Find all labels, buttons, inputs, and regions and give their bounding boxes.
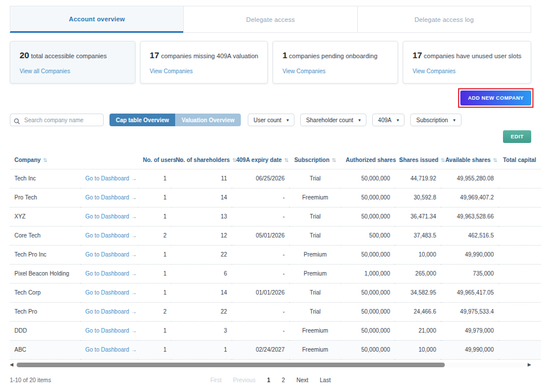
stat-card-link[interactable]: View Companies [150, 68, 193, 74]
page-previous[interactable]: Previous [233, 377, 255, 383]
arrow-right-icon: → [131, 308, 137, 315]
arrow-right-icon: → [131, 327, 137, 334]
go-to-dashboard-link[interactable]: Go to Dashboard→ [85, 308, 137, 315]
total-capital-cell [498, 321, 541, 340]
expiry-date-cell: 06/25/2026 [232, 169, 289, 188]
page-last[interactable]: Last [320, 377, 331, 383]
expiry-date-cell: - [232, 188, 289, 207]
table-row: DDD Go to Dashboard→ 1 3 - Freemium 50,0… [10, 321, 541, 340]
filter-shareholder-count[interactable]: Shareholder count ▾ [300, 114, 366, 126]
go-to-dashboard-link[interactable]: Go to Dashboard→ [85, 194, 137, 201]
arrow-right-icon: → [131, 251, 137, 258]
go-to-dashboard-link[interactable]: Go to Dashboard→ [85, 327, 137, 334]
company-name-cell: Core Tech [10, 226, 81, 245]
users-cell: 1 [138, 283, 171, 302]
column-header-label: Total capital [503, 157, 536, 163]
column-header[interactable]: ⇅ [81, 151, 138, 169]
shareholders-cell: 22 [171, 245, 232, 264]
go-to-dashboard-link[interactable]: Go to Dashboard→ [85, 270, 137, 277]
users-cell: 2 [138, 226, 171, 245]
stat-card-text: 1companies pending onboarding [282, 50, 388, 60]
scrollbar-track[interactable] [16, 363, 525, 367]
total-capital-cell [498, 188, 541, 207]
authorized-shares-cell: 50,000,000 [341, 245, 395, 264]
scrollbar-thumb[interactable] [17, 363, 445, 367]
column-header[interactable]: Company⇅ [10, 151, 81, 169]
stat-card-count: 17 [413, 50, 422, 60]
toggle-valuation-overview[interactable]: Valuation Overview [175, 114, 241, 126]
column-header-label: Company [14, 157, 41, 163]
users-cell: 1 [138, 169, 171, 188]
expiry-date-cell: - [232, 207, 289, 226]
companies-table: Company⇅ ⇅ No. of users⇅ No. of sharehol… [10, 151, 541, 360]
filter-user-count[interactable]: User count ▾ [248, 114, 294, 126]
available-shares-cell: 49,963,528.66 [441, 207, 498, 226]
column-header[interactable]: Authorized shares⇅ [341, 151, 395, 169]
toggle-cap-table-overview[interactable]: Cap table Overview [109, 114, 175, 126]
go-to-dashboard-link[interactable]: Go to Dashboard→ [85, 289, 137, 296]
tab-delegate-access-log[interactable]: Delegate access log [357, 6, 531, 33]
company-name-cell: Tech Pro [10, 302, 81, 321]
stat-card-count: 17 [150, 50, 160, 60]
subscription-cell: Freemium [289, 321, 341, 340]
table-row: Tech Pro Inc Go to Dashboard→ 1 22 - Pre… [10, 245, 541, 264]
table-row: ABC Go to Dashboard→ 1 1 02/24/2027 Free… [10, 340, 541, 359]
stat-card-link[interactable]: View Companies [413, 68, 456, 74]
tab-account-overview[interactable]: Account overview [10, 6, 184, 33]
authorized-shares-cell: 50,000,000 [341, 302, 395, 321]
total-capital-cell [498, 226, 541, 245]
stat-card-link[interactable]: View all Companies [20, 68, 70, 74]
page-next[interactable]: Next [297, 377, 309, 383]
shareholders-cell: 3 [171, 321, 232, 340]
column-header[interactable]: Available shares⇅ [441, 151, 498, 169]
table-footer: 1-10 of 20 items First Previous 1 2 Next… [10, 376, 531, 385]
column-header[interactable]: No. of users⇅ [138, 151, 171, 169]
filter-409a[interactable]: 409A ▾ [372, 114, 404, 126]
available-shares-cell: 49,969,407.2 [441, 188, 498, 207]
tab-delegate-access[interactable]: Delegate access [183, 6, 357, 33]
arrow-right-icon: → [131, 270, 137, 277]
column-header[interactable]: 409A expiry date⇅ [232, 151, 289, 169]
go-to-dashboard-link[interactable]: Go to Dashboard→ [85, 232, 137, 239]
go-to-dashboard-link[interactable]: Go to Dashboard→ [85, 175, 137, 182]
available-shares-cell: 49,975,533.4 [441, 302, 498, 321]
available-shares-cell: 735,000 [441, 264, 498, 283]
column-header-label: Authorized shares [346, 157, 396, 163]
scroll-right-icon[interactable]: ▶ [528, 363, 531, 367]
company-name-cell: DDD [10, 321, 81, 340]
pagination: First Previous 1 2 Next Last [10, 377, 531, 383]
column-header[interactable]: Total capital⇅ [498, 151, 541, 169]
shares-issued-cell: 44,719.92 [395, 169, 441, 188]
edit-button[interactable]: EDIT [503, 130, 531, 143]
subscription-cell: Trial [289, 302, 341, 321]
add-new-company-button[interactable]: ADD NEW COMPANY [460, 91, 531, 105]
arrow-right-icon: → [131, 213, 137, 220]
sort-icon: ⇅ [493, 157, 498, 163]
table-header-row: Company⇅ ⇅ No. of users⇅ No. of sharehol… [10, 151, 541, 169]
page-1[interactable]: 1 [267, 377, 270, 383]
stat-card-link[interactable]: View Companies [282, 68, 326, 74]
edit-row: EDIT [10, 130, 531, 143]
column-header[interactable]: Subscription⇅ [289, 151, 341, 169]
arrow-right-icon: → [131, 175, 137, 182]
card-unused-user-slots: 17companies have unused user slots View … [403, 41, 531, 84]
company-name-cell: Pro Tech [10, 188, 81, 207]
chevron-down-icon: ▾ [453, 118, 456, 123]
page-first[interactable]: First [210, 377, 221, 383]
go-to-dashboard-link[interactable]: Go to Dashboard→ [85, 213, 137, 220]
search-input[interactable] [10, 114, 104, 126]
sort-icon: ⇅ [284, 157, 289, 163]
filter-subscription[interactable]: Subscription ▾ [410, 114, 461, 126]
column-header[interactable]: No. of shareholders⇅ [171, 151, 232, 169]
shares-issued-cell: 10,000 [395, 340, 441, 359]
arrow-right-icon: → [131, 346, 137, 353]
shareholders-cell: 14 [171, 188, 232, 207]
page-2[interactable]: 2 [282, 377, 285, 383]
shares-issued-cell: 34,582.95 [395, 283, 441, 302]
go-to-dashboard-link[interactable]: Go to Dashboard→ [85, 346, 137, 353]
expiry-date-cell: - [232, 245, 289, 264]
scroll-left-icon[interactable]: ◀ [10, 363, 13, 367]
go-to-dashboard-link[interactable]: Go to Dashboard→ [85, 251, 137, 258]
authorized-shares-cell: 50,000,000 [341, 207, 395, 226]
column-header[interactable]: Shares issued⇅ [395, 151, 441, 169]
